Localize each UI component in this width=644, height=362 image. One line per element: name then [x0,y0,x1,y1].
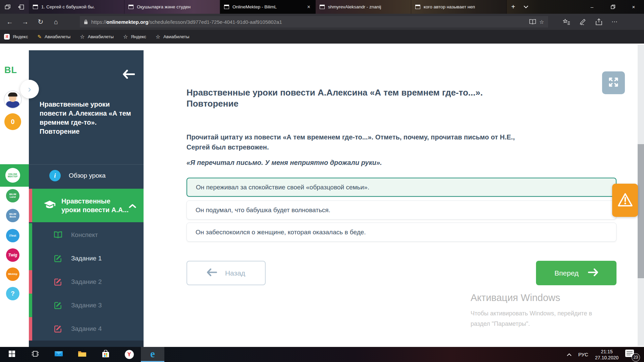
hub-favorites-icon[interactable] [563,19,570,25]
page-scrollbar[interactable] [638,45,644,346]
warning-triangle-icon [618,193,633,208]
back-nav-icon[interactable]: ← [2,15,17,29]
show-set-aside-tabs-icon[interactable] [2,1,13,13]
notification-count-badge[interactable]: 0 [4,113,21,130]
favorite-yandex-2[interactable]: ☆ Яндекс [123,34,146,40]
edit-icon-red [54,278,62,286]
warning-flag-button[interactable] [612,184,638,217]
sidebar-section-lesson[interactable]: Нравственные уроки повести А.А... [29,189,144,222]
file-explorer-button[interactable] [70,347,94,362]
tab-5[interactable]: кого автор называет неп [411,0,507,14]
language-indicator[interactable]: РУС [578,352,588,357]
tab-preview-caret-icon[interactable] [520,0,532,14]
app-onlinemektep[interactable]: ONLINE MEKTEP [5,168,20,183]
edge-browser-button-active[interactable]: e [141,347,164,362]
avatar[interactable] [4,90,22,109]
yandex-browser-button[interactable]: Y [117,347,141,362]
forward-button[interactable]: Вперед [536,261,616,285]
favorite-aviabilety-1[interactable]: ✎ Авиабилеты [37,34,70,40]
forward-button-label: Вперед [554,269,579,277]
sidebar-item-konspekt[interactable]: Конспект [29,223,144,247]
toolbar-right-icons: ⋯ [563,18,618,25]
app-help[interactable]: ? [6,287,19,300]
tab-1[interactable]: 1. Сергей с бабушкой бы. [29,0,124,14]
home-icon[interactable]: ⌂ [48,15,64,29]
chevron-up-icon[interactable] [129,203,136,209]
avatar-hair [8,93,17,97]
favorite-yandex[interactable]: Я Яндекс [4,34,28,40]
folder-icon [78,350,87,359]
sidebar-item-label: Задание 1 [71,255,102,262]
sidebar-item-task-3[interactable]: Задание 3 [29,294,144,317]
task-view-button[interactable] [23,347,47,362]
tab-2[interactable]: Оқушыларға және студен [124,0,220,14]
pencil-icon: ✎ [37,34,42,40]
favorite-label: Авиабилеты [163,34,189,39]
app-label: iTest [9,234,16,237]
refresh-icon[interactable]: ↻ [33,15,48,29]
app-label: Twig [8,254,17,257]
arrow-left-icon [207,268,217,278]
hidden-icons-chevron-icon[interactable] [567,352,572,357]
app-twig[interactable]: Twig [6,248,19,262]
edge-icon: e [150,348,155,360]
window-close-button[interactable]: × [623,0,644,14]
more-options-icon[interactable]: ⋯ [611,18,618,25]
answer-option-3[interactable]: Он забеспокоился о женщине, которая оказ… [186,223,616,242]
favorite-aviabilety-3[interactable]: ☆ Авиабилеты [156,34,190,40]
app-bilimland[interactable]: BILIM Land [6,189,19,202]
bl-logo: BL [4,65,17,75]
new-tab-button[interactable]: + [507,0,520,14]
mail-app-button[interactable] [47,347,70,362]
microsoft-store-button[interactable] [94,347,117,362]
answer-option-2[interactable]: Он подумал, что бабушка будет волноватьс… [186,200,616,220]
tab-actions [0,0,29,14]
expand-rail-chevron-icon[interactable]: › [20,80,39,99]
start-button[interactable] [0,347,23,362]
sidebar-item-label: Конспект [71,231,98,239]
answer-option-1-selected[interactable]: Он переживал за спокойствие своей «образ… [186,178,616,197]
star-icon: ☆ [123,34,128,40]
system-tray: РУС 21:15 27.10.2020 23 [567,347,644,362]
sidebar-section-label: Нравственные уроки повести А.А... [61,197,130,214]
quote-text: «Я перечитал письмо. У меня неприятно др… [186,159,382,167]
tab-4[interactable]: shmyrevAleksandr - znanij [316,0,411,14]
favorites-bar: Я Яндекс ✎ Авиабилеты ☆ Авиабилеты ☆ Янд… [0,30,644,44]
favorite-aviabilety-2[interactable]: ☆ Авиабилеты [80,34,114,40]
window-restore-button[interactable] [602,0,623,14]
address-bar[interactable]: https://onlinemektep.org/schedule/lesson… [80,16,548,27]
windows-activation-watermark-title: Активация Windows [471,292,560,303]
app-bilimbook[interactable]: BILIM Book [6,209,19,222]
tab-3-active[interactable]: OnlineMektep - BilimL × [220,0,316,14]
page-icon [33,5,38,9]
tab-title: кого автор называет неп [424,4,502,9]
share-icon[interactable] [596,18,602,25]
action-center-button[interactable]: 23 [625,350,639,360]
clock-date: 27.10.2020 [595,355,619,361]
forward-nav-icon[interactable]: → [17,15,33,29]
web-notes-pen-icon[interactable] [580,18,586,25]
scrollbar-thumb[interactable] [638,144,644,278]
fullscreen-button[interactable] [602,71,625,94]
lock-icon [84,19,88,24]
sidebar-item-task-1[interactable]: Задание 1 [29,247,144,270]
clock[interactable]: 21:15 27.10.2020 [595,349,619,361]
sidebar-item-task-2[interactable]: Задание 2 [29,270,144,294]
window-minimize-button[interactable]: – [582,0,602,14]
tab-title: shmyrevAleksandr - znanij [328,4,407,9]
back-button[interactable]: Назад [186,261,266,285]
page-icon [320,5,325,9]
close-tab-icon[interactable]: × [306,4,311,10]
app-imektep[interactable]: iMektep [6,267,19,281]
url-scheme: https:// [91,19,106,25]
reading-view-icon[interactable] [529,19,536,24]
app-label: BILIM Book [6,213,19,219]
lesson-title-sidebar: Нравственные уроки повести А.Алексина «А… [40,100,132,136]
app-itest[interactable]: iTest [6,229,19,242]
sidebar-back-arrow-icon[interactable] [123,70,135,80]
sidebar-item-lesson-overview[interactable]: i Обзор урока [29,164,144,187]
add-favorite-star-icon[interactable]: ☆ [539,19,544,25]
set-tabs-aside-icon[interactable] [15,1,27,13]
watermark-line1: Чтобы активировать Windows, перейдите в [471,308,592,319]
sidebar-item-task-4[interactable]: Задание 4 [29,317,144,341]
